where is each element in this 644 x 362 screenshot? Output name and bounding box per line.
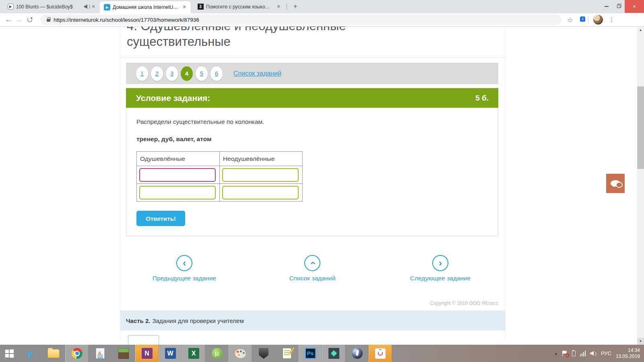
utorrent-icon: µ (212, 348, 223, 359)
browser-menu-icon[interactable]: ⋮ (609, 16, 615, 23)
bookmark-star-icon[interactable]: ☆ (567, 16, 573, 24)
url-text[interactable]: https://interneturok.ru/school/lesson/17… (54, 17, 199, 23)
task-list-circle-icon[interactable]: › (304, 255, 320, 271)
brainly-3-icon: 3 (197, 4, 204, 10)
scrollbar-thumb[interactable] (637, 86, 644, 169)
taskbar-world-of-tanks[interactable] (252, 345, 275, 362)
pagination-item-4-active[interactable]: 4 (181, 66, 193, 81)
scroll-up-icon[interactable]: ▲ (637, 27, 644, 33)
interneturok-icon: ▶ (104, 4, 110, 10)
tray-date: 13.05.2019 (616, 354, 640, 359)
taskbar-word[interactable]: W (159, 345, 182, 362)
part2-header: Часть 2. Задания для проверки учителем (120, 311, 506, 331)
task-card: Распредели существительные по колонкам. … (126, 108, 498, 236)
page-content: 4. Одушевленные и неодушевленные существ… (0, 27, 644, 345)
task-list-nav[interactable]: › Список заданий (268, 255, 357, 282)
answer-input-inanimate-2[interactable] (222, 186, 299, 200)
volume-icon[interactable]: ) (590, 351, 597, 356)
previous-task-label[interactable]: Предыдущее задание (140, 275, 229, 282)
new-tab-button[interactable]: + (291, 2, 300, 11)
tab-question[interactable]: 3 Помогите с русским языком!! - × (193, 0, 285, 13)
system-tray: ▲ × ) РУС 14:34 13.05.2019 (554, 348, 644, 360)
tab-close-icon[interactable]: × (90, 4, 97, 10)
file-explorer-icon (47, 349, 60, 358)
tab-close-icon[interactable]: × (275, 4, 282, 10)
profile-avatar[interactable] (593, 15, 603, 25)
clipped-button[interactable] (128, 335, 159, 345)
address-bar[interactable]: https://interneturok.ru/school/lesson/17… (40, 14, 561, 25)
tab-interneturok[interactable]: ▶ Домашняя школа InternetUrok. × (100, 1, 191, 13)
chat-widget-button[interactable] (606, 174, 625, 193)
language-indicator[interactable]: РУС (601, 350, 611, 356)
taskbar-notepad-plus-plus[interactable] (275, 345, 299, 362)
task-list-label[interactable]: Список заданий (268, 275, 357, 282)
reload-icon[interactable] (27, 17, 32, 22)
copyright-text: Copyright © 2019 ООО ЯКласс (337, 300, 498, 306)
scroll-down-icon[interactable]: ▼ (637, 338, 644, 345)
taskbar-paint[interactable] (229, 345, 252, 362)
taskbar-onenote[interactable]: N (135, 345, 159, 362)
tray-show-hidden-icon[interactable]: ▲ (554, 352, 558, 356)
taskbar-java-update[interactable] (369, 345, 392, 362)
pagination-item-3[interactable]: 3 (166, 66, 178, 81)
task-list-link[interactable]: Список заданий (233, 70, 281, 77)
next-task-label[interactable]: Следующее задание (396, 275, 485, 282)
tab-title: Помогите с русским языком!! - (206, 4, 273, 10)
next-task-nav[interactable]: › Следующее задание (396, 255, 485, 282)
taskbar-internet-explorer[interactable]: e (19, 345, 42, 362)
previous-circle-icon[interactable]: ‹ (176, 255, 192, 271)
tab-music[interactable]: ▶ 100 Blunts — $uicideBoy$ ) × (3, 0, 100, 13)
answer-button[interactable]: Ответить! (136, 211, 185, 226)
word-icon: W (165, 348, 176, 359)
forward-icon[interactable]: → (14, 16, 24, 24)
page-scrollbar[interactable]: ▲ ▼ (637, 27, 644, 345)
window-close-button[interactable]: × (625, 0, 644, 13)
photoshop-icon: Ps (305, 348, 316, 359)
part2-text: Задания для проверки учителем (152, 317, 244, 324)
taskbar-photoshop[interactable]: Ps (299, 345, 322, 362)
pagination-item-1[interactable]: 1 (136, 66, 148, 81)
tab-title: Домашняя школа InternetUrok. (113, 4, 179, 10)
window-minimize-button[interactable] (601, 0, 613, 13)
task-condition-title: Условие задания: (136, 93, 475, 103)
task-points: 5 б. (475, 94, 489, 103)
taskbar-clock[interactable]: 14:34 13.05.2019 (616, 348, 640, 360)
tab-separator (287, 4, 287, 10)
extension-badge: 1 (580, 16, 585, 22)
answer-input-inanimate-1[interactable] (222, 168, 299, 182)
column-header-inanimate: Неодушевлённые (220, 152, 303, 166)
back-icon[interactable]: ← (3, 16, 14, 24)
battery-icon[interactable] (572, 351, 576, 356)
taskbar-filmora[interactable] (322, 345, 345, 362)
taskbar-file-explorer[interactable] (42, 345, 65, 362)
taskbar-utorrent[interactable]: µ (205, 345, 229, 362)
window-restore-button[interactable] (613, 0, 625, 13)
answer-input-animate-2[interactable] (139, 186, 216, 200)
pagination-item-6[interactable]: 6 (211, 66, 223, 81)
action-center-flag-icon[interactable]: × (562, 351, 568, 356)
notepad-plus-plus-icon (283, 348, 291, 359)
taskbar-chrome[interactable] (65, 345, 89, 362)
taskbar-minecraft[interactable] (112, 345, 135, 362)
taskbar-excel[interactable]: X (182, 345, 205, 362)
lock-icon (47, 19, 50, 22)
windows-logo-icon (5, 349, 14, 358)
pagination-item-5[interactable]: 5 (196, 66, 208, 81)
start-button[interactable] (0, 345, 19, 362)
previous-task-nav[interactable]: ‹ Предыдущее задание (140, 255, 229, 282)
java-icon (375, 348, 386, 359)
next-circle-icon[interactable]: › (432, 255, 448, 271)
taskbar-wordpad[interactable]: A (89, 345, 112, 362)
tab-audio-icon[interactable] (84, 4, 89, 9)
wordpad-icon: A (96, 348, 105, 359)
world-of-tanks-icon (259, 348, 268, 359)
tab-title: 100 Blunts — $uicideBoy$ (16, 4, 82, 10)
windows-taskbar: e A N W X µ Ps ▲ × ) РУС 14:34 13.05.201… (0, 345, 644, 362)
taskbar-counter-strike[interactable] (345, 345, 369, 362)
tab-close-icon[interactable]: × (181, 4, 188, 10)
answer-table: Одушевлённые Неодушевлённые (136, 151, 303, 202)
answer-input-animate-1[interactable] (139, 168, 216, 182)
pagination-item-2[interactable]: 2 (151, 66, 163, 81)
network-signal-icon[interactable] (580, 351, 586, 356)
internet-explorer-icon: e (27, 348, 33, 360)
